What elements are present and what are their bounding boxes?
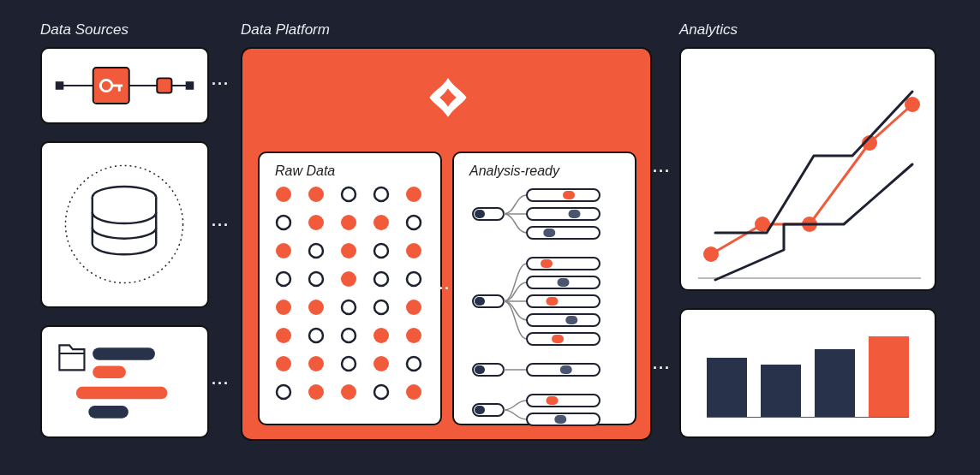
analytics-line-chart-card — [679, 47, 936, 291]
svg-point-25 — [309, 244, 323, 258]
svg-point-51 — [341, 384, 356, 400]
source-card-files — [40, 325, 209, 438]
svg-rect-64 — [527, 258, 600, 270]
platform-logo-icon — [425, 74, 471, 121]
svg-rect-57 — [563, 191, 575, 199]
svg-rect-67 — [558, 278, 570, 287]
svg-rect-75 — [475, 365, 485, 374]
svg-point-85 — [703, 246, 719, 262]
svg-rect-65 — [541, 259, 553, 268]
svg-rect-61 — [543, 229, 555, 237]
svg-point-23 — [407, 216, 421, 229]
bar-b — [761, 365, 801, 417]
files-icon — [42, 327, 207, 436]
svg-point-44 — [276, 356, 291, 371]
svg-rect-13 — [88, 406, 128, 419]
section-label-platform: Data Platform — [241, 21, 330, 39]
raw-data-dots — [260, 153, 444, 427]
svg-point-53 — [406, 384, 421, 400]
svg-point-18 — [406, 187, 421, 202]
svg-rect-2 — [186, 81, 194, 90]
svg-rect-79 — [475, 406, 485, 414]
svg-rect-80 — [527, 395, 600, 407]
svg-rect-7 — [157, 78, 171, 92]
svg-point-14 — [276, 187, 291, 202]
bar-a — [707, 358, 747, 417]
svg-point-26 — [341, 243, 356, 258]
bar-chart — [707, 332, 909, 418]
connector-dots: ··· — [653, 359, 671, 377]
svg-point-43 — [406, 328, 421, 343]
svg-rect-12 — [76, 387, 168, 400]
svg-point-40 — [309, 329, 323, 342]
svg-rect-11 — [93, 366, 126, 379]
section-label-analytics: Analytics — [679, 21, 738, 39]
svg-point-27 — [374, 244, 388, 258]
data-platform-panel: Raw Data Analysis-ready ·· — [241, 47, 652, 441]
svg-rect-55 — [475, 210, 485, 218]
line-chart — [681, 49, 938, 293]
svg-point-19 — [277, 216, 290, 229]
analytics-bar-chart-card — [679, 308, 936, 438]
svg-rect-77 — [560, 365, 572, 374]
svg-rect-81 — [547, 396, 559, 405]
bar-d — [869, 336, 909, 417]
database-icon — [42, 143, 207, 306]
svg-rect-69 — [547, 297, 559, 306]
svg-point-24 — [276, 243, 291, 258]
svg-point-15 — [308, 187, 324, 202]
svg-rect-58 — [527, 208, 600, 220]
svg-point-48 — [407, 357, 421, 371]
svg-point-42 — [373, 328, 389, 343]
svg-point-46 — [342, 357, 356, 371]
svg-point-39 — [276, 328, 291, 343]
source-card-api — [40, 47, 209, 124]
connector-dots: ·· — [439, 280, 451, 298]
svg-rect-83 — [554, 415, 566, 424]
svg-point-17 — [374, 187, 388, 201]
svg-point-52 — [374, 385, 388, 399]
svg-rect-10 — [93, 347, 155, 360]
connector-dots: ··· — [212, 217, 230, 235]
svg-point-34 — [276, 300, 291, 315]
svg-point-37 — [374, 300, 388, 314]
analysis-ready-tree — [454, 153, 638, 427]
svg-rect-70 — [527, 314, 600, 326]
source-card-database — [40, 141, 209, 308]
connector-dots: ··· — [212, 75, 230, 93]
svg-point-22 — [373, 215, 389, 230]
svg-rect-63 — [475, 297, 485, 306]
section-label-sources: Data Sources — [40, 21, 128, 39]
api-key-icon — [42, 49, 207, 122]
svg-point-38 — [406, 300, 421, 315]
analysis-ready-title: Analysis-ready — [469, 163, 559, 179]
svg-point-29 — [277, 272, 290, 286]
svg-point-30 — [309, 272, 323, 286]
svg-point-20 — [308, 215, 324, 230]
svg-point-36 — [342, 300, 356, 314]
analysis-ready-card: Analysis-ready — [452, 151, 636, 425]
raw-data-card: Raw Data — [258, 151, 442, 425]
svg-point-33 — [407, 272, 421, 286]
svg-point-35 — [308, 300, 324, 315]
connector-dots: ··· — [653, 163, 671, 181]
svg-point-50 — [308, 384, 324, 400]
svg-point-21 — [341, 215, 356, 230]
svg-rect-60 — [527, 227, 600, 239]
svg-point-28 — [406, 243, 421, 258]
svg-rect-1 — [56, 81, 64, 90]
svg-point-49 — [277, 385, 290, 399]
svg-point-45 — [308, 356, 324, 371]
svg-rect-68 — [527, 295, 600, 307]
svg-point-47 — [373, 356, 389, 371]
svg-rect-59 — [569, 210, 581, 218]
svg-point-16 — [342, 187, 356, 201]
svg-point-31 — [341, 271, 356, 287]
svg-rect-73 — [552, 335, 564, 343]
svg-rect-71 — [565, 316, 577, 324]
connector-dots: ··· — [212, 375, 230, 393]
raw-data-title: Raw Data — [275, 163, 335, 179]
svg-point-32 — [374, 272, 388, 286]
bar-c — [815, 349, 855, 417]
svg-point-41 — [342, 329, 356, 342]
